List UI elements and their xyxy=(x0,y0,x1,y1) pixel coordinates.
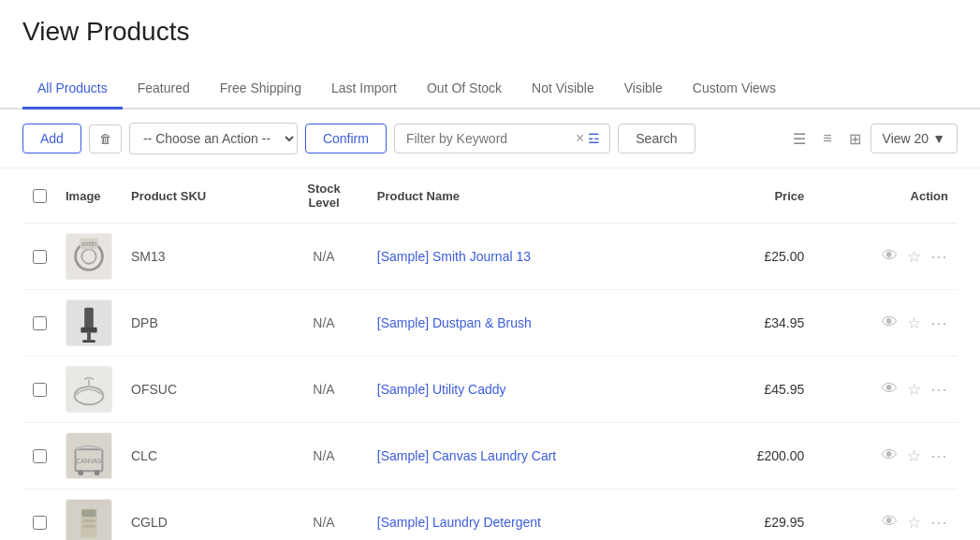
star-icon[interactable]: ☆ xyxy=(907,380,921,400)
product-sku: SM13 xyxy=(131,249,166,264)
row-action-cell: 👁 ☆ ⋯ xyxy=(813,423,958,489)
visibility-icon[interactable]: 👁 xyxy=(882,446,898,465)
product-name-link[interactable]: [Sample] Utility Caddy xyxy=(377,382,506,397)
product-name-link[interactable]: [Sample] Smith Journal 13 xyxy=(377,249,531,264)
more-options-icon[interactable]: ⋯ xyxy=(930,379,948,400)
product-sku: DPB xyxy=(131,315,158,330)
row-action-cell: 👁 ☆ ⋯ xyxy=(813,489,958,541)
delete-button[interactable]: 🗑 xyxy=(89,124,122,153)
row-price-cell: £29.95 xyxy=(702,489,813,541)
th-image: Image xyxy=(56,168,122,224)
row-checkbox[interactable] xyxy=(33,449,47,463)
table-row: smith SM13 N/A [Sample] Smith Journal 13… xyxy=(22,224,958,290)
row-price-cell: £25.00 xyxy=(702,224,813,290)
row-price-cell: £34.95 xyxy=(702,290,813,357)
visibility-icon[interactable]: 👁 xyxy=(882,513,898,532)
th-stock: StockLevel xyxy=(280,168,368,224)
view-list-compact-button[interactable]: ☰ xyxy=(785,124,813,153)
visibility-icon[interactable]: 👁 xyxy=(882,247,898,266)
th-name: Product Name xyxy=(368,168,702,224)
row-checkbox-cell xyxy=(22,357,56,423)
star-icon[interactable]: ☆ xyxy=(907,446,921,466)
more-options-icon[interactable]: ⋯ xyxy=(930,313,948,333)
view-list-loose-button[interactable]: ≡ xyxy=(815,124,839,153)
products-table: Image Product SKU StockLevel Product Nam… xyxy=(22,168,958,540)
view-list-loose-icon: ≡ xyxy=(823,130,831,146)
row-stock-cell: N/A xyxy=(280,357,368,423)
tab-not-visible[interactable]: Not Visible xyxy=(517,69,609,109)
select-all-checkbox[interactable] xyxy=(33,189,47,203)
visibility-icon[interactable]: 👁 xyxy=(882,380,898,399)
row-stock-cell: N/A xyxy=(280,423,368,489)
star-icon[interactable]: ☆ xyxy=(907,513,921,533)
product-image: smith xyxy=(66,233,112,280)
row-sku-cell: DPB xyxy=(122,290,280,357)
product-price: £200.00 xyxy=(757,448,805,463)
tabs-container: All ProductsFeaturedFree ShippingLast Im… xyxy=(0,69,980,109)
filter-icon[interactable]: ☲ xyxy=(586,131,602,146)
row-checkbox-cell xyxy=(22,423,56,489)
star-icon[interactable]: ☆ xyxy=(907,247,921,267)
table-row: CANVAS CLC N/A [Sample] Canvas Laundry C… xyxy=(22,423,958,489)
tab-custom-views[interactable]: Custom Views xyxy=(678,69,791,109)
product-name-link[interactable]: [Sample] Canvas Laundry Cart xyxy=(377,448,556,463)
tab-visible[interactable]: Visible xyxy=(609,69,678,109)
more-options-icon[interactable]: ⋯ xyxy=(930,445,948,466)
tab-all-products[interactable]: All Products xyxy=(22,69,123,109)
page-container: View Products All ProductsFeaturedFree S… xyxy=(0,0,980,540)
search-button[interactable]: Search xyxy=(618,124,695,153)
svg-rect-20 xyxy=(81,510,95,518)
row-sku-cell: CGLD xyxy=(122,489,280,541)
close-icon[interactable]: × xyxy=(574,130,586,147)
trash-icon: 🗑 xyxy=(99,132,111,146)
action-select[interactable]: -- Choose an Action --Delete SelectedFea… xyxy=(129,123,298,154)
product-price: £45.95 xyxy=(764,382,804,397)
svg-rect-9 xyxy=(82,340,95,343)
product-name-link[interactable]: [Sample] Laundry Detergent xyxy=(377,515,541,530)
view-count-label: View 20 xyxy=(883,131,929,146)
action-icons-group: 👁 ☆ ⋯ xyxy=(823,379,948,400)
product-price: £25.00 xyxy=(764,249,804,264)
row-action-cell: 👁 ☆ ⋯ xyxy=(813,290,958,357)
row-checkbox[interactable] xyxy=(33,316,47,330)
table-header-row: Image Product SKU StockLevel Product Nam… xyxy=(22,168,958,224)
row-name-cell: [Sample] Canvas Laundry Cart xyxy=(368,423,702,489)
view-count-button[interactable]: View 20 ▼ xyxy=(870,124,958,153)
filter-container: × ☲ xyxy=(394,124,610,153)
row-stock-cell: N/A xyxy=(280,224,368,290)
row-checkbox[interactable] xyxy=(33,516,47,530)
row-checkbox[interactable] xyxy=(33,383,47,397)
add-button[interactable]: Add xyxy=(22,124,81,153)
visibility-icon[interactable]: 👁 xyxy=(882,314,898,332)
stock-level: N/A xyxy=(313,382,334,397)
star-icon[interactable]: ☆ xyxy=(907,314,921,333)
product-name-link[interactable]: [Sample] Dustpan & Brush xyxy=(377,315,532,330)
tab-free-shipping[interactable]: Free Shipping xyxy=(205,69,316,109)
more-options-icon[interactable]: ⋯ xyxy=(930,512,948,533)
confirm-button[interactable]: Confirm xyxy=(305,124,387,153)
tab-out-of-stock[interactable]: Out Of Stock xyxy=(412,69,517,109)
svg-point-16 xyxy=(95,470,100,475)
action-icons-group: 👁 ☆ ⋯ xyxy=(823,313,948,333)
filter-input[interactable] xyxy=(402,124,574,153)
table-row: DPB N/A [Sample] Dustpan & Brush £34.95 … xyxy=(22,290,958,357)
tab-last-import[interactable]: Last Import xyxy=(316,69,412,109)
row-image-cell: CANVAS xyxy=(56,423,122,489)
row-sku-cell: OFSUC xyxy=(122,357,280,423)
product-price: £34.95 xyxy=(764,315,804,330)
product-image xyxy=(66,499,112,540)
stock-level: N/A xyxy=(313,515,334,530)
row-checkbox-cell xyxy=(22,224,56,290)
svg-text:CANVAS: CANVAS xyxy=(76,458,102,464)
view-grid-icon: ⊞ xyxy=(849,131,861,147)
product-image xyxy=(66,299,112,346)
product-sku: CGLD xyxy=(131,515,168,530)
row-name-cell: [Sample] Laundry Detergent xyxy=(368,489,702,541)
tab-featured[interactable]: Featured xyxy=(123,69,205,109)
more-options-icon[interactable]: ⋯ xyxy=(930,246,948,267)
svg-rect-22 xyxy=(82,525,95,528)
view-grid-button[interactable]: ⊞ xyxy=(841,124,869,153)
stock-level: N/A xyxy=(313,249,334,264)
row-checkbox[interactable] xyxy=(33,250,47,264)
svg-rect-6 xyxy=(84,308,94,329)
